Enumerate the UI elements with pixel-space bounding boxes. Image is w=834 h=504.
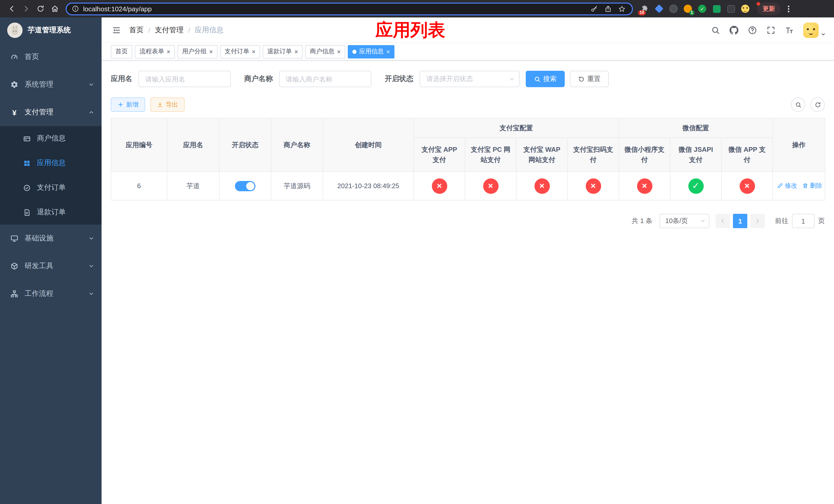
breadcrumb: 首页 / 支付管理 / 应用信息 [129, 25, 224, 35]
page-size-select[interactable]: 10条/页 [660, 214, 709, 228]
cell-wechat-app: × [721, 171, 773, 200]
tab-refund-order[interactable]: 退款订单 × [263, 45, 303, 58]
browser-home-button[interactable] [48, 2, 62, 15]
tab-user-group[interactable]: 用户分组 × [177, 45, 218, 58]
tabs-bar: 首页 流程表单 × 用户分组 × 支付订单 × 退款订单 × [102, 43, 834, 61]
tab-home[interactable]: 首页 [111, 45, 132, 58]
fullscreen-icon[interactable] [766, 25, 775, 35]
password-key-icon[interactable] [590, 5, 598, 13]
tab-process-form[interactable]: 流程表单 × [135, 45, 175, 58]
wechat-jsapi-status-icon: ✓ [688, 178, 703, 193]
close-icon[interactable]: × [294, 48, 298, 54]
extension-check-icon[interactable]: ✓ [698, 4, 707, 13]
refresh-table-button[interactable] [810, 97, 825, 112]
toggle-search-button[interactable] [791, 97, 805, 112]
edit-link[interactable]: 修改 [777, 182, 797, 190]
add-button[interactable]: 新增 [111, 97, 145, 112]
sidebar-item-label: 工作流程 [25, 289, 53, 298]
browser-forward-button[interactable] [20, 2, 33, 15]
forward-icon [22, 5, 30, 13]
browser-back-button[interactable] [5, 2, 19, 15]
browser-update-button[interactable]: 更新 [757, 2, 781, 15]
browser-reload-button[interactable] [34, 2, 47, 15]
sidebar-item-dev-tools[interactable]: 研发工具 [0, 252, 102, 280]
close-icon[interactable]: × [209, 48, 213, 54]
cube-icon [10, 262, 19, 270]
hamburger-icon[interactable] [110, 23, 123, 37]
cell-actions: 修改 删除 [773, 171, 825, 200]
app-name-input[interactable] [138, 71, 231, 87]
search-button[interactable]: 搜索 [526, 71, 565, 87]
help-icon[interactable] [748, 25, 757, 35]
tab-pay-order[interactable]: 支付订单 × [220, 45, 260, 58]
status-select[interactable]: 请选择开启状态 [420, 71, 520, 87]
address-bar-actions [590, 5, 630, 13]
extension-gem-icon[interactable] [655, 4, 664, 13]
close-icon[interactable]: × [252, 48, 256, 54]
extensions-puzzle-icon[interactable]: 10 [640, 4, 649, 13]
sidebar-subitem-pay-order[interactable]: 支付订单 [0, 175, 102, 200]
sidebar-subitem-app-info[interactable]: 应用信息 [0, 151, 102, 175]
sidebar-item-payment-management[interactable]: ¥ 支付管理 [0, 98, 102, 126]
sidebar-item-label: 系统管理 [25, 80, 53, 89]
close-icon[interactable]: × [337, 48, 341, 54]
reset-button[interactable]: 重置 [570, 71, 609, 87]
reload-icon [37, 5, 45, 13]
app-name-label: 应用名 [111, 74, 132, 84]
goto-page-input[interactable] [792, 214, 814, 228]
status-toggle[interactable] [235, 181, 256, 191]
export-button[interactable]: 导出 [150, 97, 185, 112]
cell-wechat-jsapi: ✓ [670, 171, 721, 200]
monitor-icon [10, 234, 19, 243]
tab-merchant-info[interactable]: 商户信息 × [305, 45, 345, 58]
sidebar-subitem-merchant-info[interactable]: 商户信息 [0, 126, 102, 151]
alipay-pc-status-icon: × [483, 178, 498, 193]
extension-globe-icon[interactable] [669, 4, 678, 13]
tab-app-info[interactable]: 应用信息 × [348, 45, 394, 58]
extension-square-icon[interactable] [712, 4, 721, 13]
col-header-created: 创建时间 [323, 118, 414, 171]
col-header-alipay-wap: 支付宝 WAP 网站支付 [516, 138, 568, 171]
cell-alipay-qr: × [568, 171, 619, 200]
bookmark-star-icon[interactable] [618, 5, 626, 13]
close-icon[interactable]: × [386, 48, 390, 54]
user-menu[interactable] [803, 22, 826, 38]
app-logo[interactable]: 芋道管理系统 [0, 18, 102, 43]
search-icon[interactable] [711, 25, 720, 35]
page-number-1[interactable]: 1 [733, 214, 747, 228]
github-icon[interactable] [729, 25, 739, 35]
goto-label: 前往 [775, 216, 788, 226]
next-page-button[interactable] [750, 214, 765, 228]
extension-chat-icon[interactable]: 1 [683, 4, 693, 13]
sidebar-item-workflow[interactable]: 工作流程 [0, 280, 102, 307]
extension-emoji-icon[interactable] [741, 4, 750, 13]
delete-link[interactable]: 删除 [802, 182, 822, 190]
col-header-wechat-app: 微信 APP 支付 [721, 138, 773, 171]
sidebar-item-infrastructure[interactable]: 基础设施 [0, 225, 102, 252]
breadcrumb-payment[interactable]: 支付管理 [155, 25, 184, 35]
share-icon[interactable] [604, 5, 612, 13]
merchant-name-input[interactable] [279, 71, 371, 87]
sidebar-item-system-management[interactable]: 系统管理 [0, 71, 102, 98]
active-tab-dot [352, 49, 356, 53]
site-info-icon[interactable] [72, 5, 79, 12]
font-size-icon[interactable] [785, 25, 794, 35]
chevron-up-icon [88, 109, 94, 115]
breadcrumb-home[interactable]: 首页 [129, 25, 144, 35]
close-icon[interactable]: × [167, 48, 170, 54]
prev-page-button[interactable] [716, 214, 730, 228]
col-header-alipay-pc: 支付宝 PC 网站支付 [465, 138, 516, 171]
yen-icon: ¥ [10, 109, 19, 116]
sidebar-subitem-refund-order[interactable]: 退款订单 [0, 200, 102, 225]
app-title: 芋道管理系统 [28, 26, 71, 35]
browser-menu-button[interactable] [786, 3, 791, 14]
payment-submenu: 商户信息 应用信息 支付订单 [0, 126, 102, 225]
sidebar-item-home[interactable]: 首页 [0, 43, 102, 71]
url-text[interactable]: localhost:1024/pay/app [83, 5, 586, 13]
refresh-icon [814, 101, 821, 108]
extension-pin-icon[interactable] [726, 4, 736, 13]
address-bar[interactable]: localhost:1024/pay/app [66, 2, 633, 15]
page-title: 应用列表 [375, 18, 445, 42]
screen: localhost:1024/pay/app 10 [0, 0, 834, 504]
breadcrumb-separator: / [148, 26, 150, 34]
